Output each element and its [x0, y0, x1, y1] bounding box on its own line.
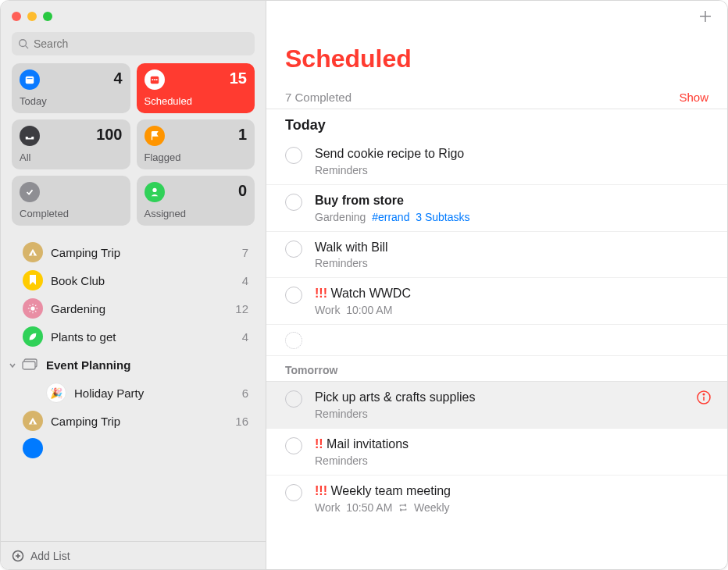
svg-rect-3: [27, 78, 33, 79]
task-row[interactable]: !!! Weekly team meeting Work 10:50 AM We…: [266, 476, 727, 522]
task-meta: Gardening #errand 3 Subtasks: [315, 211, 712, 223]
task-title: Walk with Bill: [315, 240, 712, 256]
completion-circle[interactable]: [285, 240, 302, 258]
svg-rect-6: [154, 79, 155, 80]
tent-icon: [23, 411, 43, 431]
add-reminder-button[interactable]: [698, 9, 713, 24]
add-list-label: Add List: [30, 550, 70, 562]
task-meta: Work 10:00 AM: [315, 304, 712, 316]
completion-circle[interactable]: [285, 437, 302, 454]
list-count: 16: [235, 415, 248, 428]
list-count: 6: [242, 387, 248, 400]
list-count: 7: [242, 246, 248, 259]
task-title: Pick up arts & crafts supplies: [315, 390, 688, 406]
svg-line-18: [30, 311, 30, 312]
list-camping-trip-2[interactable]: Camping Trip 16: [1, 407, 266, 435]
task-title: !! Mail invitations: [315, 436, 712, 453]
add-task-circle[interactable]: [285, 332, 302, 349]
sidebar: 4 Today 15 Scheduled: [1, 1, 266, 569]
page-header: Scheduled: [266, 32, 727, 80]
task-row[interactable]: Pick up arts & crafts supplies Reminders: [266, 382, 727, 429]
priority-indicator: !!!: [315, 484, 327, 497]
task-subtasks-link[interactable]: 3 Subtasks: [416, 211, 469, 223]
window-maximize-button[interactable]: [43, 12, 52, 21]
svg-rect-2: [26, 77, 34, 84]
svg-line-16: [30, 305, 30, 306]
list-holiday-party[interactable]: 🎉 Holiday Party 6: [1, 379, 266, 407]
task-row[interactable]: Send cookie recipe to Rigo Reminders: [266, 138, 727, 185]
smart-list-scheduled[interactable]: 15 Scheduled: [137, 63, 255, 113]
list-plants-to-get[interactable]: Plants to get 4: [1, 322, 266, 351]
completed-count-label: 7 Completed: [285, 91, 352, 104]
titlebar: [1, 1, 266, 32]
list-count: 4: [242, 330, 248, 344]
completion-circle[interactable]: [285, 147, 302, 164]
priority-indicator: !!: [315, 437, 323, 451]
smart-list-flagged[interactable]: 1 Flagged: [137, 119, 255, 169]
svg-rect-7: [155, 79, 157, 80]
flag-icon: [145, 126, 165, 146]
search-field[interactable]: [12, 32, 255, 55]
smart-list-all[interactable]: 100 All: [12, 119, 130, 169]
svg-rect-21: [23, 362, 35, 369]
search-input[interactable]: [34, 37, 248, 50]
smart-list-assigned-label: Assigned: [145, 208, 248, 219]
completion-circle[interactable]: [285, 194, 302, 211]
smart-list-flagged-label: Flagged: [145, 151, 248, 163]
search-icon: [18, 38, 29, 49]
smart-list-assigned[interactable]: 0 Assigned: [137, 176, 255, 226]
plus-circle-icon: [12, 550, 24, 562]
repeat-icon: [398, 503, 408, 512]
list-label: Plants to get: [51, 330, 242, 344]
list-book-club[interactable]: Book Club 4: [1, 266, 266, 294]
priority-indicator: !!!: [315, 287, 327, 300]
info-button[interactable]: [696, 390, 712, 408]
completion-circle[interactable]: [285, 287, 302, 304]
task-tag[interactable]: #errand: [372, 211, 409, 223]
task-meta: Work 10:50 AM Weekly: [315, 501, 712, 514]
completed-summary-row: 7 Completed Show: [266, 80, 727, 109]
task-row[interactable]: Walk with Bill Reminders: [266, 232, 727, 279]
task-title: !!! Weekly team meeting: [315, 483, 712, 500]
list-gardening[interactable]: Gardening 12: [1, 294, 266, 322]
task-meta: Reminders: [315, 454, 712, 467]
task-row[interactable]: !!! Watch WWDC Work 10:00 AM: [266, 278, 727, 325]
calendar-icon: [145, 69, 165, 90]
leaf-icon: [23, 326, 43, 347]
group-event-planning[interactable]: Event Planning: [1, 351, 266, 379]
tent-icon: [23, 242, 43, 262]
section-header-tomorrow: Tomorrow: [266, 356, 727, 382]
window-close-button[interactable]: [12, 12, 21, 21]
calendar-today-icon: [20, 69, 40, 90]
person-icon: [145, 182, 165, 202]
new-task-placeholder[interactable]: [266, 325, 727, 356]
list-count: 4: [242, 274, 248, 287]
add-list-button[interactable]: Add List: [1, 541, 266, 569]
list-count: 12: [235, 302, 248, 315]
page-title: Scheduled: [285, 45, 708, 73]
smart-lists-grid: 4 Today 15 Scheduled: [1, 63, 266, 235]
completion-circle[interactable]: [285, 484, 302, 501]
task-row[interactable]: !! Mail invitations Reminders: [266, 429, 727, 476]
svg-line-19: [35, 305, 36, 306]
list-label: Holiday Party: [74, 387, 242, 400]
smart-list-today-label: Today: [20, 95, 123, 107]
completion-circle[interactable]: [285, 390, 302, 408]
smart-list-completed[interactable]: Completed: [12, 176, 130, 226]
search-container: [1, 32, 266, 63]
task-title: !!! Watch WWDC: [315, 286, 712, 302]
smart-list-today[interactable]: 4 Today: [12, 63, 130, 113]
chevron-down-icon: [7, 358, 18, 372]
partial-list-icon: [23, 438, 43, 458]
svg-point-8: [152, 188, 156, 192]
list-camping-trip[interactable]: Camping Trip 7: [1, 238, 266, 266]
app-window: 4 Today 15 Scheduled: [0, 0, 728, 570]
task-row[interactable]: Buy from store Gardening #errand 3 Subta…: [266, 185, 727, 232]
main-pane: Scheduled 7 Completed Show Today Send co…: [266, 1, 727, 569]
party-icon: 🎉: [46, 383, 66, 403]
window-minimize-button[interactable]: [27, 12, 37, 21]
svg-point-0: [20, 40, 27, 47]
bookmark-icon: [23, 270, 43, 290]
svg-point-11: [30, 306, 34, 310]
show-completed-button[interactable]: Show: [679, 91, 708, 104]
